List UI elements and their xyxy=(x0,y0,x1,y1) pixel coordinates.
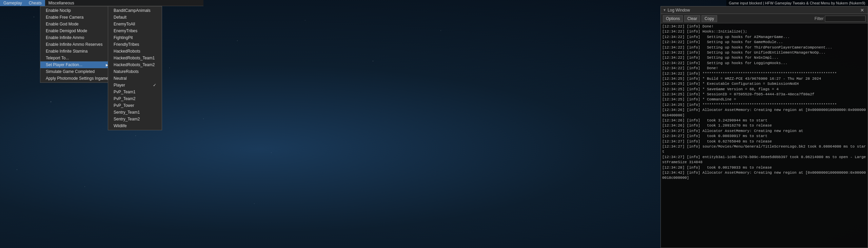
dropdown-item-simulate-game[interactable]: Simulate Game Completed xyxy=(40,68,114,75)
faction-item-hacked-robots[interactable]: HackedRobots xyxy=(108,48,162,55)
status-bar: Game input blocked | HFW Gameplay Tweaks… xyxy=(726,0,868,6)
faction-item-sentry-team2[interactable]: Sentry_Team2 xyxy=(108,116,162,122)
clear-button[interactable]: Clear xyxy=(684,15,700,22)
faction-item-player[interactable]: Player xyxy=(108,82,162,89)
faction-item-neutral[interactable]: Neutral xyxy=(108,75,162,82)
faction-item-default[interactable]: Default xyxy=(108,14,162,21)
log-icon: ▼ xyxy=(663,8,666,12)
log-line: [12:34:27] [info] took 0.62765040 ms to … xyxy=(662,139,866,144)
dropdown-item-infinite-ammo-reserves[interactable]: Enable Infinite Ammo Reserves xyxy=(40,41,114,48)
log-content[interactable]: [12:34:22] [info] Done![12:34:22] [info]… xyxy=(661,23,868,248)
faction-item-nature-robots[interactable]: NatureRobots xyxy=(108,68,162,75)
log-line: [12:34:25] [info] **********************… xyxy=(662,102,866,108)
faction-item-hacked-robots-team2[interactable]: HackedRobots_Team2 xyxy=(108,61,162,68)
log-line: [12:34:22] [info] Setting up hooks for A… xyxy=(662,35,866,40)
log-line: [12:34:25] [info] * CommandLine = xyxy=(662,97,866,102)
log-line: [12:34:22] [info] Done! xyxy=(662,24,866,29)
dropdown-item-god-mode[interactable]: Enable God Mode xyxy=(40,21,114,27)
cheats-dropdown: Enable Noclip Enable Free Camera Enable … xyxy=(40,6,114,83)
log-line: [12:34:22] [info] **********************… xyxy=(662,71,866,76)
log-window: ▼ Log Window ✕ Options Clear Copy Filter… xyxy=(660,6,868,248)
log-line: [12:34:27] [info] took 0.08030917 ms to … xyxy=(662,134,866,139)
menu-item-miscellaneous[interactable]: Miscellaneous xyxy=(45,0,78,6)
log-line: [12:34:26] [info] took 1.20916270 ms to … xyxy=(662,123,866,128)
faction-item-hacked-robots-team1[interactable]: HackedRobots_Team1 xyxy=(108,55,162,61)
log-line: [12:34:26] [info] Allocator AssetMemory:… xyxy=(662,108,866,118)
faction-item-bandit-camp-animals[interactable]: BanditCampAnimals xyxy=(108,7,162,14)
menu-item-cheats[interactable]: Cheats xyxy=(25,0,45,6)
faction-item-enemy-tribes[interactable]: EnemyTribes xyxy=(108,27,162,34)
log-line: [12:34:25] [info] * SaveGame Version = 6… xyxy=(662,87,866,92)
log-title: Log Window xyxy=(668,8,690,13)
dropdown-item-demigod-mode[interactable]: Enable Demigod Mode xyxy=(40,27,114,34)
log-line: [12:34:27] [info] Allocator AssetMemory:… xyxy=(662,129,866,134)
log-close-button[interactable]: ✕ xyxy=(859,7,866,13)
log-toolbar: Options Clear Copy Filter xyxy=(661,14,868,23)
faction-item-friendly-tribes[interactable]: FriendlyTribes xyxy=(108,41,162,48)
filter-input[interactable] xyxy=(825,16,866,22)
log-line: [12:34:42] [info] Allocator AssetMemory:… xyxy=(662,170,866,181)
menu-bar: Gameplay Cheats Miscellaneous xyxy=(0,0,203,6)
dropdown-item-free-camera[interactable]: Enable Free Camera xyxy=(40,14,114,21)
log-line: [12:34:26] [info] took 3.24290944 ms to … xyxy=(662,118,866,123)
log-line: [12:34:28] [info] took 0.00170033 ms to … xyxy=(662,165,866,170)
log-line: [12:34:22] [info] Setting up hooks for U… xyxy=(662,50,866,55)
status-text: Game input blocked | HFW Gameplay Tweaks… xyxy=(729,1,865,5)
dropdown-item-noclip[interactable]: Enable Noclip xyxy=(40,7,114,14)
log-filter-area: Filter xyxy=(814,16,866,22)
log-line: [12:34:22] [info] Hooks::Initialize(); xyxy=(662,29,866,34)
copy-button[interactable]: Copy xyxy=(702,15,717,22)
dropdown-item-set-player-faction[interactable]: Set Player Faction... ▶ xyxy=(40,61,114,68)
log-line: [12:34:22] [info] Setting up hooks for L… xyxy=(662,61,866,66)
log-line: [12:34:25] [info] * SessionID = 07595520… xyxy=(662,92,866,97)
faction-item-pvp-team1[interactable]: PvP_Team1 xyxy=(108,89,162,95)
dropdown-item-infinite-stamina[interactable]: Enable Infinite Stamina xyxy=(40,48,114,55)
log-line: [12:34:27] [info] source/Movies/Menu/Gen… xyxy=(662,144,866,155)
faction-submenu: BanditCampAnimalsDefaultEnemyToAllEnemyT… xyxy=(108,6,162,130)
log-title-bar: ▼ Log Window ✕ xyxy=(661,6,868,14)
dropdown-item-teleport[interactable]: Teleport To... xyxy=(40,55,114,61)
dropdown-item-photomode[interactable]: Apply Photomode Settings Ingame xyxy=(40,75,114,82)
faction-item-wildlife[interactable]: Wildlife xyxy=(108,122,162,129)
log-line: [12:34:22] [info] Setting up hooks for G… xyxy=(662,40,866,45)
faction-item-pvp-team2[interactable]: PvP_Team2 xyxy=(108,95,162,102)
faction-item-sentry-team1[interactable]: Sentry_Team1 xyxy=(108,109,162,116)
filter-label: Filter xyxy=(814,16,824,21)
log-title-bar-left: ▼ Log Window xyxy=(663,8,690,13)
faction-item-pvp-tower[interactable]: PvP_Tower xyxy=(108,102,162,109)
options-button[interactable]: Options xyxy=(663,15,683,22)
log-line: [12:34:25] [info] * Build = HRZZ-PCE 43/… xyxy=(662,76,866,81)
dropdown-item-infinite-ammo[interactable]: Enable Infinite Ammo xyxy=(40,34,114,41)
menu-item-gameplay[interactable]: Gameplay xyxy=(0,0,25,6)
log-line: [12:34:22] [info] Setting up hooks for N… xyxy=(662,55,866,60)
log-line: [12:34:22] [info] Setting up hooks for T… xyxy=(662,45,866,50)
faction-item-fighting-pit[interactable]: FightingPit xyxy=(108,34,162,41)
faction-item-enemy-to-all[interactable]: EnemyToAll xyxy=(108,21,162,27)
log-line: [12:34:22] [info] Done! xyxy=(662,66,866,71)
log-line: [12:34:25] [info] * Executable Configura… xyxy=(662,81,866,87)
log-line: [12:34:27] [info] entityb3a1-1c06-4270-b… xyxy=(662,155,866,165)
